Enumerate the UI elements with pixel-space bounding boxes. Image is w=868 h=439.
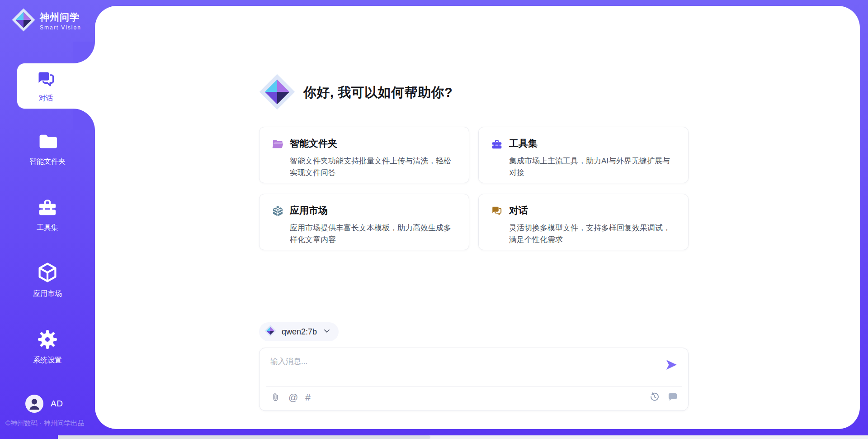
chat-bubble-icon[interactable]	[667, 391, 678, 402]
scrollbar-thumb[interactable]	[58, 435, 430, 439]
sidebar-item-label: 智能文件夹	[29, 157, 66, 167]
copyright-text: ©神州数码 · 神州问学出品	[5, 419, 84, 428]
sidebar-item-label: 对话	[39, 94, 53, 103]
model-selector[interactable]: qwen2:7b	[259, 322, 339, 341]
hash-icon[interactable]: #	[305, 391, 311, 403]
diamond-logo-icon	[264, 325, 276, 339]
card-app-market[interactable]: 应用市场 应用市场提供丰富长文本模板，助力高效生成多样化文章内容	[259, 194, 469, 250]
briefcase-icon	[491, 138, 503, 152]
user-name: AD	[51, 399, 63, 409]
feature-cards: 智能文件夹 智能文件夹功能支持批量文件上传与清洗，轻松实现文件问答 工具集 集成…	[259, 127, 689, 250]
sidebar-item-chat[interactable]: 对话	[17, 63, 95, 109]
send-icon[interactable]	[665, 358, 678, 372]
card-title: 智能文件夹	[290, 137, 456, 150]
toolbox-icon	[37, 196, 58, 219]
gear-icon	[37, 329, 58, 352]
card-title: 对话	[509, 204, 675, 217]
card-description: 集成市场上主流工具，助力AI与外界无缝扩展与对接	[509, 155, 675, 179]
card-description: 应用市场提供丰富长文本模板，助力高效生成多样化文章内容	[290, 222, 456, 246]
composer-divider	[266, 386, 682, 387]
cube-icon	[37, 262, 58, 285]
message-input[interactable]	[270, 356, 650, 380]
chat-icon	[491, 205, 503, 219]
sidebar-item-settings[interactable]: 系统设置	[0, 329, 95, 365]
history-icon[interactable]	[649, 391, 660, 402]
sidebar-item-smart-folder[interactable]: 智能文件夹	[0, 131, 95, 167]
chevron-down-icon	[322, 326, 331, 337]
card-toolset[interactable]: 工具集 集成市场上主流工具，助力AI与外界无缝扩展与对接	[478, 127, 689, 183]
card-title: 应用市场	[290, 204, 456, 217]
sidebar-item-label: 应用市场	[33, 289, 62, 299]
card-title: 工具集	[509, 137, 675, 150]
sidebar-item-label: 工具集	[37, 223, 58, 233]
tab-notch-bottom	[73, 109, 95, 130]
brand-subtitle: Smart Vision	[40, 24, 81, 31]
sidebar-item-app-market[interactable]: 应用市场	[0, 262, 95, 299]
model-name: qwen2:7b	[282, 327, 317, 337]
folder-open-icon	[272, 138, 284, 152]
sidebar-item-label: 系统设置	[33, 356, 62, 365]
at-icon[interactable]: @	[288, 391, 298, 403]
card-smart-folder[interactable]: 智能文件夹 智能文件夹功能支持批量文件上传与清洗，轻松实现文件问答	[259, 127, 469, 183]
brand-name: 神州问学	[40, 11, 81, 24]
sidebar: 神州问学 Smart Vision 对话 智能文件夹 工具集	[0, 0, 95, 439]
message-composer: @ #	[259, 348, 689, 411]
paperclip-icon[interactable]	[270, 392, 281, 403]
card-description: 灵活切换多模型文件，支持多样回复效果调试，满足个性化需求	[509, 222, 675, 246]
tab-notch-top	[73, 42, 95, 63]
avatar	[25, 395, 43, 413]
greeting: 你好, 我可以如何帮助你?	[259, 74, 453, 112]
folder-icon	[38, 131, 57, 153]
greeting-title: 你好, 我可以如何帮助你?	[303, 84, 453, 102]
app-window: 神州问学 Smart Vision 对话 智能文件夹 工具集	[0, 0, 868, 439]
user-profile[interactable]: AD	[25, 395, 63, 413]
card-description: 智能文件夹功能支持批量文件上传与清洗，轻松实现文件问答	[290, 155, 456, 179]
greeting-diamond-icon	[259, 74, 295, 112]
brand-logo: 神州问学 Smart Vision	[12, 8, 81, 33]
card-chat[interactable]: 对话 灵活切换多模型文件，支持多样回复效果调试，满足个性化需求	[478, 194, 689, 250]
horizontal-scrollbar[interactable]	[58, 435, 868, 439]
brand-diamond-icon	[12, 8, 35, 33]
grid-cube-icon	[272, 205, 284, 219]
sidebar-item-toolset[interactable]: 工具集	[0, 196, 95, 233]
chat-icon	[36, 69, 56, 91]
